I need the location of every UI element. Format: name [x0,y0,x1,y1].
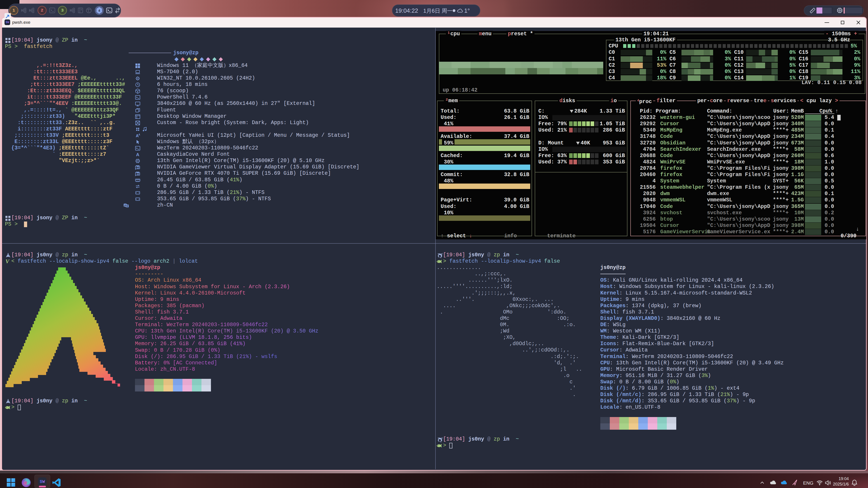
svg-text:4: 4 [98,9,100,13]
